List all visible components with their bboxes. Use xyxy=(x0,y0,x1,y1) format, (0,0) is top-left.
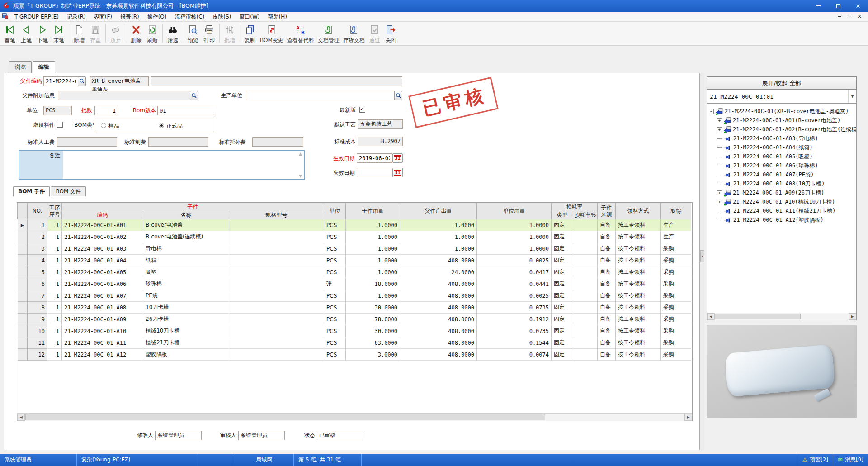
cell-loss_rate[interactable] xyxy=(573,325,598,337)
cell-picking[interactable]: 按工令领料 xyxy=(616,290,661,302)
table-row[interactable]: 7121-M2224-00C-01-A07PE袋PCS1.0000408.000… xyxy=(18,290,691,302)
cell-unit[interactable]: PCS xyxy=(324,290,346,302)
cell-loss_type[interactable]: 固定 xyxy=(552,314,573,325)
cell-qty[interactable]: 1.0000 xyxy=(346,243,400,255)
cell-no[interactable]: 2 xyxy=(28,231,47,243)
remark-scrollbar[interactable]: ▲▼ xyxy=(297,151,304,179)
cell-parent_out[interactable]: 408.0000 xyxy=(400,278,477,290)
header-name[interactable]: 名称 xyxy=(143,211,229,219)
cell-no[interactable]: 4 xyxy=(28,255,47,266)
cell-loss_type[interactable]: 固定 xyxy=(552,219,573,231)
tree-item[interactable]: 21-M2224-00C-01-A06(珍珠棉) xyxy=(717,162,818,170)
cell-seq[interactable]: 1 xyxy=(47,278,62,290)
cell-seq[interactable]: 1 xyxy=(47,325,62,337)
tab-bom-children[interactable]: BOM 子件 xyxy=(13,186,50,196)
effective-date-input[interactable] xyxy=(357,153,392,163)
toolbar-button-nav-last[interactable]: 末笔 xyxy=(51,23,67,45)
tree-version-dropdown[interactable]: 21-M2224-00C-01:01 ▼ xyxy=(707,90,857,103)
cell-no[interactable]: 3 xyxy=(28,243,47,255)
cell-source[interactable]: 自备 xyxy=(598,314,616,325)
cell-qty[interactable]: 30.0000 xyxy=(346,302,400,314)
bom-version-input[interactable] xyxy=(157,106,214,115)
table-row[interactable]: 6121-M2224-00C-01-A06珍珠棉张18.0000408.0000… xyxy=(18,278,691,290)
header-unit-usage[interactable]: 单位用量 xyxy=(477,203,552,219)
cell-spec[interactable] xyxy=(229,302,324,314)
table-row[interactable]: 9121-M2224-00C-01-A0926刀卡槽PCS78.0000408.… xyxy=(18,314,691,325)
cell-acquire[interactable]: 采购 xyxy=(661,325,691,337)
cell-parent_out[interactable]: 408.0000 xyxy=(400,337,477,349)
toolbar-button-nav-first[interactable]: 首笔 xyxy=(2,23,18,45)
table-row[interactable]: 5121-M2224-00C-01-A05吸塑PCS1.000024.00000… xyxy=(18,266,691,278)
cell-seq[interactable]: 1 xyxy=(47,231,62,243)
cell-spec[interactable] xyxy=(229,243,324,255)
header-unit[interactable]: 单位 xyxy=(324,203,346,219)
cell-unit_usage[interactable]: 1.0000 xyxy=(477,231,552,243)
cell-code[interactable]: 21-M2224-00C-01-A02 xyxy=(62,231,143,243)
cell-parent_out[interactable]: 408.0000 xyxy=(400,314,477,325)
panel-splitter[interactable]: ◂ xyxy=(700,73,704,450)
cell-source[interactable]: 自备 xyxy=(598,255,616,266)
cell-qty[interactable]: 1.0000 xyxy=(346,266,400,278)
cell-no[interactable]: 6 xyxy=(28,278,47,290)
cell-parent_out[interactable]: 408.0000 xyxy=(400,255,477,266)
cell-loss_type[interactable]: 固定 xyxy=(552,290,573,302)
child-minimize-button[interactable] xyxy=(835,13,844,21)
cell-picking[interactable]: 按工令领料 xyxy=(616,325,661,337)
cell-code[interactable]: 21-M2224-00C-01-A10 xyxy=(62,325,143,337)
cell-unit[interactable]: PCS xyxy=(324,337,346,349)
cell-name[interactable]: B-cover电池盖(连续模) xyxy=(143,231,229,243)
parent-code-lookup-button[interactable] xyxy=(78,76,86,86)
expire-date-calendar-button[interactable]: 31 xyxy=(392,168,403,177)
toolbar-button-close-exit[interactable]: 关闭 xyxy=(383,23,399,45)
scrollbar-thumb[interactable] xyxy=(25,414,545,420)
cell-picking[interactable]: 按工令领料 xyxy=(616,219,661,231)
menu-item[interactable]: 帮助(H) xyxy=(264,12,291,22)
cell-parent_out[interactable]: 1.0000 xyxy=(400,231,477,243)
cell-source[interactable]: 自备 xyxy=(598,349,616,361)
cell-spec[interactable] xyxy=(229,266,324,278)
cell-loss_rate[interactable] xyxy=(573,302,598,314)
tree-item[interactable]: 21-M2224-00C-01-A07(PE袋) xyxy=(717,171,814,179)
cell-source[interactable]: 自备 xyxy=(598,219,616,231)
header-spec[interactable]: 规格型号 xyxy=(229,211,324,219)
toolbar-button-refresh[interactable]: 刷新 xyxy=(144,23,160,45)
cell-unit[interactable]: 张 xyxy=(324,278,346,290)
parent-addinfo-lookup-button[interactable] xyxy=(190,91,198,100)
menu-item[interactable]: 记录(R) xyxy=(63,12,90,22)
expand-plus-icon[interactable]: + xyxy=(717,200,722,204)
cell-spec[interactable] xyxy=(229,325,324,337)
cell-parent_out[interactable]: 24.0000 xyxy=(400,266,477,278)
cell-loss_rate[interactable] xyxy=(573,255,598,266)
cell-source[interactable]: 自备 xyxy=(598,243,616,255)
toolbar-button-doc-manage[interactable]: 文档管理 xyxy=(316,23,341,45)
scroll-left-icon[interactable]: ◀ xyxy=(707,313,715,320)
toolbar-button-preview[interactable]: 预览 xyxy=(185,23,201,45)
header-parent-out[interactable]: 父件产出量 xyxy=(400,203,477,219)
cell-picking[interactable]: 按工令领料 xyxy=(616,349,661,361)
cell-source[interactable]: 自备 xyxy=(598,266,616,278)
cell-seq[interactable]: 1 xyxy=(47,337,62,349)
cell-qty[interactable]: 18.0000 xyxy=(346,278,400,290)
cell-unit_usage[interactable]: 0.0417 xyxy=(477,266,552,278)
header-loss-rate[interactable]: 损耗率% xyxy=(573,211,598,219)
header-picking[interactable]: 领料方式 xyxy=(616,203,661,219)
cell-qty[interactable]: 78.0000 xyxy=(346,314,400,325)
menu-item[interactable]: 报表(R) xyxy=(116,12,143,22)
cell-parent_out[interactable]: 408.0000 xyxy=(400,349,477,361)
cell-acquire[interactable]: 采购 xyxy=(661,314,691,325)
cell-loss_type[interactable]: 固定 xyxy=(552,266,573,278)
tab-browse[interactable]: 浏览 xyxy=(9,61,32,73)
cell-qty[interactable]: 1.0000 xyxy=(346,255,400,266)
cell-loss_rate[interactable] xyxy=(573,349,598,361)
cell-name[interactable]: 纸箱 xyxy=(143,255,229,266)
expire-date-input[interactable] xyxy=(357,168,392,177)
cell-unit_usage[interactable]: 0.0025 xyxy=(477,290,552,302)
cell-code[interactable]: 21-M2224-00C-01-A11 xyxy=(62,337,143,349)
cell-unit_usage[interactable]: 0.0074 xyxy=(477,349,552,361)
cell-source[interactable]: 自备 xyxy=(598,325,616,337)
cell-loss_type[interactable]: 固定 xyxy=(552,325,573,337)
toolbar-button-printer[interactable]: 打印 xyxy=(201,23,217,45)
cell-spec[interactable] xyxy=(229,337,324,349)
cell-acquire[interactable]: 采购 xyxy=(661,302,691,314)
status-message[interactable]: ✉消息[9] xyxy=(833,454,868,466)
